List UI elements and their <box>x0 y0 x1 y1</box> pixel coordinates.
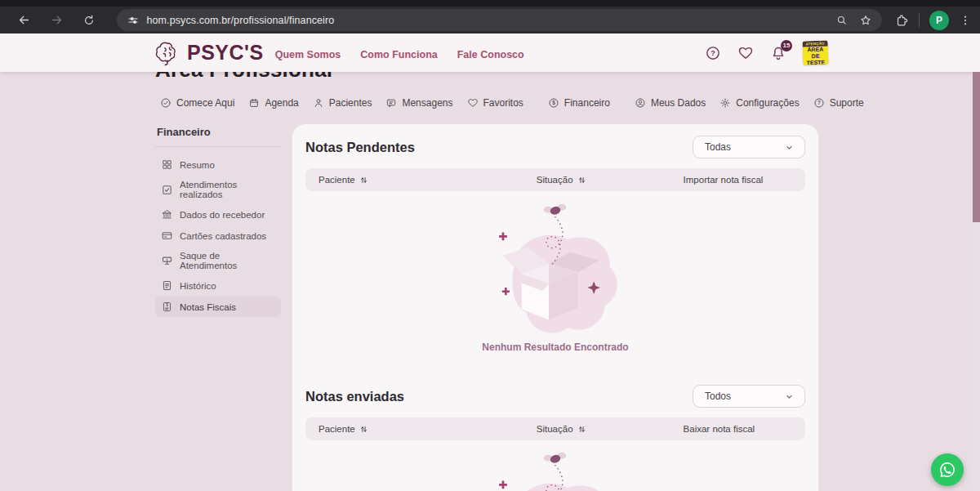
url-text[interactable]: hom.psycs.com.br/profissional/financeiro <box>147 15 335 26</box>
browser-tab-strip <box>0 0 980 7</box>
sidebar-menu: Resumo Atendimentos realizados Dados do … <box>155 154 281 317</box>
chevron-down-icon <box>784 391 795 402</box>
tab-pacientes[interactable]: Pacientes <box>313 92 372 114</box>
pending-table-header: Paciente Situação Importar nota fiscal <box>305 168 805 191</box>
browser-toolbar: hom.psycs.com.br/profissional/financeiro… <box>0 7 980 33</box>
sent-column-situacao[interactable]: Situação <box>537 424 684 434</box>
sidebar-title: Financeiro <box>155 123 281 147</box>
whatsapp-icon <box>938 460 957 480</box>
empty-box-illustration <box>490 198 621 338</box>
forward-arrow-icon <box>50 13 64 27</box>
sent-filter-value: Todos <box>705 391 784 402</box>
forward-button[interactable] <box>44 10 70 31</box>
pending-filter-dropdown[interactable]: Todas <box>693 136 805 158</box>
tab-label: Mensagens <box>402 97 452 109</box>
notification-badge: 15 <box>781 40 792 51</box>
tab-suporte[interactable]: Suporte <box>813 92 864 114</box>
site-header: PSYC'S Quem Somos Como Funciona Fale Con… <box>0 33 980 72</box>
section-tabs: Comece Aqui Agenda Pacientes Mensagens F… <box>160 92 864 114</box>
sent-table-header: Paciente Situação Baixar nota fiscal <box>305 417 805 440</box>
pending-section-header: Notas Pendentes Todas <box>305 136 805 158</box>
sidebar-item-cartoes-cadastrados[interactable]: Cartões cadastrados <box>155 225 281 246</box>
sort-icon <box>577 425 586 434</box>
back-button[interactable] <box>11 10 38 31</box>
empty-box-illustration-partial <box>490 446 621 491</box>
sent-section-header: Notas enviadas Todos <box>305 385 805 408</box>
page-scrollbar[interactable] <box>973 72 980 491</box>
person-circle-icon <box>635 97 646 109</box>
sidebar-item-label: Saque de Atendimentos <box>180 251 275 270</box>
tab-label: Agenda <box>265 97 298 109</box>
test-badge-bottom: TESTE <box>803 59 828 65</box>
browser-menu-icon[interactable] <box>959 14 972 27</box>
column-label: Baixar nota fiscal <box>684 424 755 434</box>
sent-column-baixar: Baixar nota fiscal <box>684 424 792 434</box>
zoom-icon[interactable] <box>835 14 848 26</box>
tab-configuracoes[interactable]: Configurações <box>719 92 799 114</box>
nav-fale-conosco[interactable]: Fale Conosco <box>457 49 524 60</box>
profile-avatar[interactable]: P <box>929 11 949 30</box>
sidebar-item-label: Resumo <box>180 160 215 170</box>
tab-meus-dados[interactable]: Meus Dados <box>635 92 706 114</box>
bookmark-star-icon[interactable] <box>859 14 872 27</box>
person-icon <box>313 97 324 109</box>
whatsapp-fab[interactable] <box>931 453 964 486</box>
pending-column-importar: Importar nota fiscal <box>684 175 792 185</box>
notas-fiscais-panel: Notas Pendentes Todas Paciente Situação … <box>292 124 818 491</box>
site-settings-icon[interactable] <box>127 14 140 27</box>
heart-icon <box>467 97 479 109</box>
pending-filter-value: Todas <box>705 141 784 153</box>
test-badge-middle: ÁREA DE <box>803 46 829 60</box>
tab-label: Configurações <box>736 97 799 109</box>
tab-label: Pacientes <box>329 97 372 109</box>
notifications-button[interactable]: 15 <box>770 45 786 61</box>
extensions-puzzle-icon[interactable] <box>895 13 909 27</box>
empty-state-message: Nenhum Resultado Encontrado <box>482 341 628 353</box>
back-arrow-icon <box>17 13 31 27</box>
tab-comece-aqui[interactable]: Comece Aqui <box>160 92 234 114</box>
help-icon[interactable] <box>705 45 721 61</box>
sidebar-item-historico[interactable]: Histórico <box>155 275 281 296</box>
reload-button[interactable] <box>76 10 102 31</box>
pending-column-paciente[interactable]: Paciente <box>318 175 537 185</box>
sort-icon <box>359 176 368 185</box>
invoice-icon <box>161 301 173 313</box>
header-actions: 15 ATENÇÃO ÁREA DE TESTE <box>705 41 828 65</box>
sidebar-item-resumo[interactable]: Resumo <box>155 154 281 175</box>
sent-filter-dropdown[interactable]: Todos <box>693 385 805 408</box>
sidebar-item-dados-do-recebedor[interactable]: Dados do recebedor <box>155 204 281 225</box>
check-circle-icon <box>160 97 172 109</box>
sidebar-item-label: Histórico <box>180 281 216 291</box>
address-bar[interactable]: hom.psycs.com.br/profissional/financeiro <box>117 9 883 31</box>
tab-agenda[interactable]: Agenda <box>248 92 298 114</box>
brain-logo-icon <box>154 39 181 67</box>
credit-card-icon <box>161 230 173 242</box>
pending-section-title: Notas Pendentes <box>305 140 415 155</box>
pending-empty-state: Nenhum Resultado Encontrado <box>305 191 805 353</box>
browser-chrome: hom.psycs.com.br/profissional/financeiro… <box>0 0 980 33</box>
column-label: Situação <box>537 175 573 185</box>
column-label: Situação <box>537 424 573 434</box>
dollar-circle-icon <box>548 97 559 109</box>
document-icon <box>161 279 173 292</box>
header-nav: Quem Somos Como Funciona Fale Conosco <box>275 49 524 60</box>
calendar-icon <box>248 97 260 109</box>
sent-column-paciente[interactable]: Paciente <box>318 424 537 434</box>
pending-column-situacao[interactable]: Situação <box>537 175 684 185</box>
sidebar-item-atendimentos-realizados[interactable]: Atendimentos realizados <box>155 176 281 203</box>
tab-mensagens[interactable]: Mensagens <box>385 92 452 114</box>
tab-financeiro[interactable]: Financeiro <box>537 92 621 114</box>
sidebar-item-label: Atendimentos realizados <box>180 180 275 199</box>
reload-icon <box>82 14 96 27</box>
tab-label: Suporte <box>830 97 864 109</box>
nav-como-funciona[interactable]: Como Funciona <box>360 49 437 60</box>
tab-favoritos[interactable]: Favoritos <box>467 92 523 114</box>
logo-text: PSYC'S <box>187 41 264 65</box>
nav-quem-somos[interactable]: Quem Somos <box>275 49 341 60</box>
sidebar-item-notas-fiscais[interactable]: Notas Fiscais <box>155 297 281 317</box>
favorites-heart-icon[interactable] <box>737 45 754 61</box>
column-label: Importar nota fiscal <box>684 175 764 185</box>
sidebar-item-saque-de-atendimentos[interactable]: Saque de Atendimentos <box>155 247 281 275</box>
scrollbar-thumb[interactable] <box>973 72 980 222</box>
logo[interactable]: PSYC'S <box>154 39 264 67</box>
